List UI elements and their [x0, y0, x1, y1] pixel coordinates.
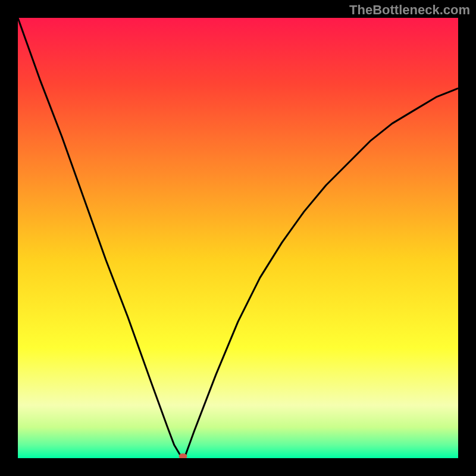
bottleneck-chart	[18, 18, 458, 458]
gradient-background	[18, 18, 458, 458]
watermark-text: TheBottleneck.com	[349, 2, 470, 18]
chart-plot-area	[18, 18, 458, 458]
